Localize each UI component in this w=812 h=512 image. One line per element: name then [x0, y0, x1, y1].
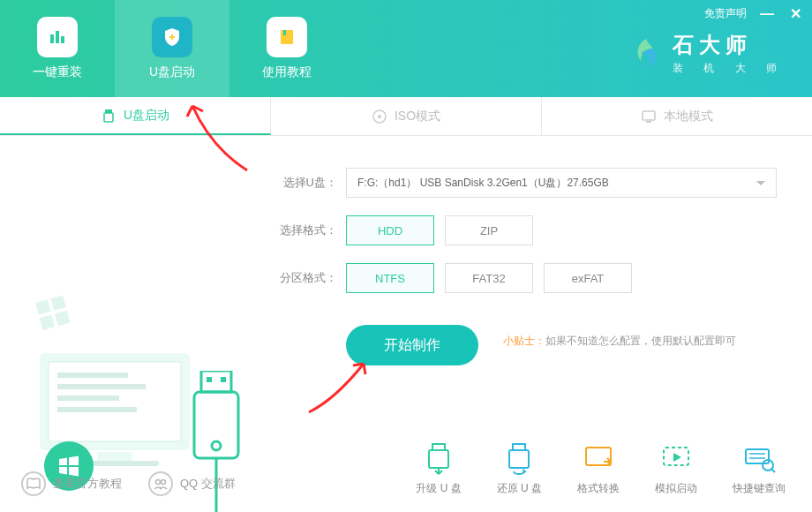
action-simulate-boot-label: 模拟启动 — [655, 481, 697, 496]
header: 一键重装 U盘启动 使用教程 石大师 装 机 大 师 免责声明 — ✕ — [0, 0, 812, 97]
svg-rect-29 — [429, 450, 448, 468]
usb-select-dropdown[interactable]: F:G:（hd1） USB SanDisk 3.2Gen1（U盘）27.65GB — [346, 168, 777, 198]
usb-shield-icon — [152, 17, 192, 57]
tab-tutorial[interactable]: 使用教程 — [229, 0, 344, 97]
svg-rect-25 — [221, 377, 226, 382]
svg-rect-31 — [509, 450, 529, 468]
subtab-iso-mode[interactable]: ISO模式 — [271, 97, 542, 135]
brand-subtitle: 装 机 大 师 — [673, 61, 786, 76]
svg-rect-11 — [35, 299, 50, 314]
subtab-local-mode-label: 本地模式 — [664, 109, 713, 124]
svg-point-27 — [212, 441, 221, 450]
subtab-usb-boot[interactable]: U盘启动 — [0, 97, 271, 135]
svg-line-38 — [771, 469, 775, 472]
usb-select-value: F:G:（hd1） USB SanDisk 3.2Gen1（U盘）27.65GB — [357, 176, 609, 191]
svg-rect-13 — [40, 315, 55, 330]
tab-usb-boot[interactable]: U盘启动 — [115, 0, 229, 97]
usb-icon — [101, 108, 117, 124]
tab-usb-boot-label: U盘启动 — [149, 64, 195, 80]
partition-format-label: 分区格式： — [274, 270, 337, 286]
svg-rect-4 — [283, 30, 286, 35]
svg-rect-1 — [56, 31, 59, 43]
minimize-button[interactable]: — — [759, 6, 775, 22]
action-shortcut-query-label: 快捷键查询 — [733, 481, 786, 496]
subtab-local-mode[interactable]: 本地模式 — [542, 97, 812, 135]
tip-body: 如果不知道怎么配置，使用默认配置即可 — [545, 335, 736, 347]
action-format-convert-label: 格式转换 — [577, 481, 620, 496]
footer-official-tutorial-label: 查看官方教程 — [53, 476, 122, 492]
svg-point-40 — [162, 480, 166, 485]
iso-icon — [372, 109, 387, 124]
shortcut-query-icon — [741, 440, 777, 476]
subtab-usb-boot-label: U盘启动 — [124, 108, 169, 124]
restore-usb-icon — [501, 440, 537, 476]
tip-label: 小贴士： — [503, 335, 545, 347]
action-row: 升级 U 盘 还原 U 盘 格式转换 模拟启动 快捷键查询 — [416, 440, 786, 496]
book-open-icon — [21, 471, 46, 496]
partition-ntfs-button[interactable]: NTFS — [346, 263, 434, 293]
svg-rect-19 — [57, 395, 119, 401]
brand: 石大师 装 机 大 师 — [628, 31, 786, 76]
upgrade-usb-icon — [421, 440, 456, 476]
tab-reinstall-label: 一键重装 — [33, 64, 82, 80]
svg-rect-9 — [643, 111, 655, 120]
format-convert-icon — [581, 440, 616, 476]
svg-rect-0 — [50, 34, 54, 43]
action-shortcut-query[interactable]: 快捷键查询 — [733, 440, 786, 496]
close-button[interactable]: ✕ — [787, 5, 803, 22]
action-format-convert[interactable]: 格式转换 — [577, 440, 620, 496]
partition-fat32-button[interactable]: FAT32 — [445, 263, 533, 293]
svg-rect-3 — [281, 30, 293, 44]
footer-official-tutorial[interactable]: 查看官方教程 — [21, 471, 122, 496]
svg-rect-6 — [104, 113, 113, 122]
svg-rect-26 — [194, 392, 238, 458]
subtab-iso-mode-label: ISO模式 — [395, 109, 440, 124]
start-make-button[interactable]: 开始制作 — [346, 325, 478, 365]
svg-point-8 — [378, 115, 381, 118]
footer-qq-group[interactable]: QQ 交流群 — [148, 471, 236, 496]
action-upgrade-usb-label: 升级 U 盘 — [416, 481, 461, 496]
action-upgrade-usb[interactable]: 升级 U 盘 — [416, 440, 461, 496]
partition-exfat-button[interactable]: exFAT — [544, 263, 632, 293]
svg-rect-21 — [97, 452, 132, 461]
footer-qq-group-label: QQ 交流群 — [180, 476, 236, 492]
svg-rect-10 — [646, 121, 651, 123]
disclaimer-link[interactable]: 免责声明 — [704, 6, 747, 21]
format-zip-button[interactable]: ZIP — [445, 215, 533, 245]
svg-rect-18 — [57, 384, 146, 389]
svg-rect-30 — [513, 444, 525, 450]
reinstall-icon — [37, 17, 78, 57]
svg-rect-2 — [61, 36, 64, 43]
sub-tabs: U盘启动 ISO模式 本地模式 — [0, 97, 812, 136]
svg-rect-20 — [57, 407, 137, 412]
svg-rect-14 — [55, 311, 70, 326]
action-simulate-boot[interactable]: 模拟启动 — [655, 440, 697, 496]
brand-logo-icon — [628, 36, 664, 72]
tab-reinstall[interactable]: 一键重装 — [0, 0, 115, 97]
monitor-icon — [641, 109, 657, 124]
tab-tutorial-label: 使用教程 — [262, 64, 312, 80]
brand-name: 石大师 — [673, 31, 786, 59]
svg-point-39 — [156, 480, 161, 485]
format-hdd-button[interactable]: HDD — [346, 215, 434, 245]
book-icon — [267, 17, 307, 57]
action-restore-usb[interactable]: 还原 U 盘 — [497, 440, 542, 496]
svg-rect-23 — [201, 371, 231, 392]
illustration-area — [0, 141, 265, 463]
select-format-label: 选择格式： — [274, 222, 337, 238]
people-icon — [148, 471, 173, 496]
svg-rect-17 — [57, 373, 128, 378]
svg-rect-12 — [51, 296, 66, 311]
svg-rect-28 — [432, 444, 445, 450]
tip-text: 小贴士：如果不知道怎么配置，使用默认配置即可 — [503, 334, 777, 349]
windows-dots-icon — [32, 291, 76, 335]
svg-rect-24 — [207, 377, 212, 382]
simulate-boot-icon — [658, 440, 694, 476]
select-usb-label: 选择U盘： — [274, 175, 337, 191]
action-restore-usb-label: 还原 U 盘 — [497, 481, 542, 496]
